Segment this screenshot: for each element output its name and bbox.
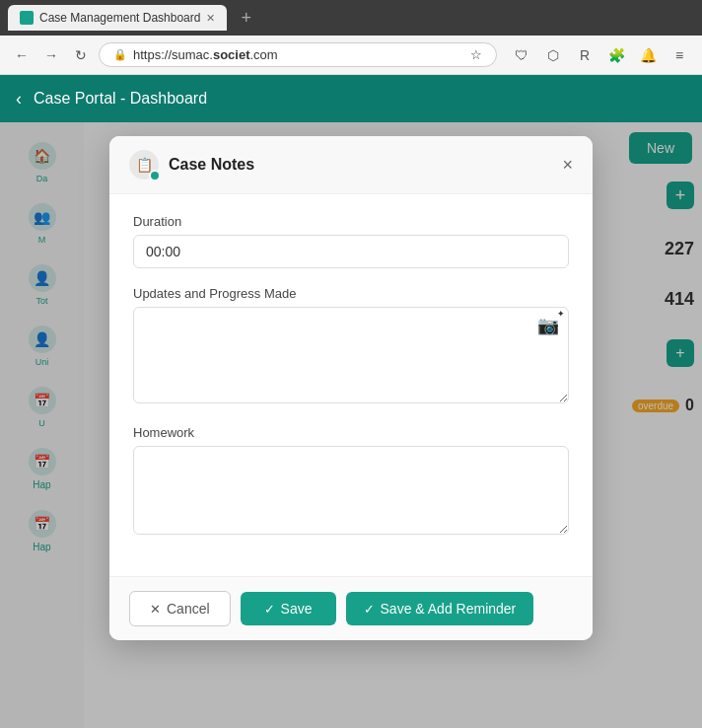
updates-group: Updates and Progress Made 📷 [133,286,569,407]
modal-icon-badge [149,170,161,182]
duration-input[interactable] [133,235,569,268]
save-reminder-label: Save & Add Reminder [381,601,517,617]
duration-group: Duration [133,214,569,268]
url-display: https://sumac.societ.com [133,47,464,62]
browser-controls: ← → ↻ 🔒 https://sumac.societ.com ☆ 🛡 ⬡ R… [0,36,702,75]
alert-icon[interactable]: 🔔 [635,42,661,68]
app-area: ‹ Case Portal - Dashboard 🏠 Da 👥 M 👤 Tot… [0,75,702,728]
modal-title: Case Notes [169,156,254,174]
homework-textarea[interactable] [133,446,569,535]
browser-tab[interactable]: Case Management Dashboard ✕ [8,5,227,31]
app-header: ‹ Case Portal - Dashboard [0,75,702,122]
cancel-button[interactable]: ✕ Cancel [129,591,231,626]
browser-actions: 🛡 ⬡ R 🧩 🔔 ≡ [509,42,692,68]
homework-label: Homework [133,425,569,440]
extensions-icon[interactable]: 🧩 [603,42,629,68]
url-prefix: https://sumac. [133,47,213,62]
camera-sparkle-icon: 📷 [537,315,559,336]
browser-titlebar: Case Management Dashboard ✕ + [0,0,702,36]
address-bar[interactable]: 🔒 https://sumac.societ.com ☆ [99,42,497,67]
modal-header-icon: 📋 [129,150,159,180]
reader-icon[interactable]: R [572,42,597,68]
browser-chrome: Case Management Dashboard ✕ + ← → ↻ 🔒 ht… [0,0,702,75]
pocket-icon[interactable]: ⬡ [540,42,566,68]
shield-icon[interactable]: 🛡 [509,42,534,68]
back-button[interactable]: ← [10,43,34,67]
new-tab-button[interactable]: + [233,8,259,29]
cancel-label: Cancel [167,601,210,617]
modal-body: Duration Updates and Progress Made 📷 [109,194,593,576]
updates-label: Updates and Progress Made [133,286,569,301]
reload-button[interactable]: ↻ [69,43,93,67]
menu-icon[interactable]: ≡ [667,42,692,68]
homework-group: Homework [133,425,569,539]
dashboard-background: 🏠 Da 👥 M 👤 Tot 👤 Uni 📅 U 📅 Hap [0,122,702,728]
modal-header: 📋 Case Notes × [109,136,593,194]
tab-favicon [20,11,34,25]
duration-label: Duration [133,214,569,229]
save-reminder-check-icon: ✓ [364,602,375,617]
url-suffix: .com [250,47,278,62]
modal-close-button[interactable]: × [562,156,573,174]
back-nav-icon[interactable]: ‹ [16,89,22,109]
modal-footer: ✕ Cancel ✓ Save ✓ Save & Add Reminder [109,576,593,640]
forward-button[interactable]: → [39,43,63,67]
url-domain: societ [213,47,250,62]
updates-textarea-wrapper: 📷 [133,307,569,407]
case-notes-modal: 📋 Case Notes × Duration Updates and Prog… [109,136,593,640]
x-icon: ✕ [150,602,161,617]
save-reminder-button[interactable]: ✓ Save & Add Reminder [346,592,534,625]
updates-textarea[interactable] [133,307,569,403]
save-check-icon: ✓ [264,602,275,617]
tab-close-button[interactable]: ✕ [206,12,215,25]
bookmark-icon[interactable]: ☆ [470,47,482,62]
tab-label: Case Management Dashboard [39,11,200,25]
lock-icon: 🔒 [113,48,127,61]
save-label: Save [281,601,313,617]
camera-ai-button[interactable]: 📷 [537,315,559,336]
save-button[interactable]: ✓ Save [241,592,336,625]
app-header-title: Case Portal - Dashboard [34,90,207,108]
